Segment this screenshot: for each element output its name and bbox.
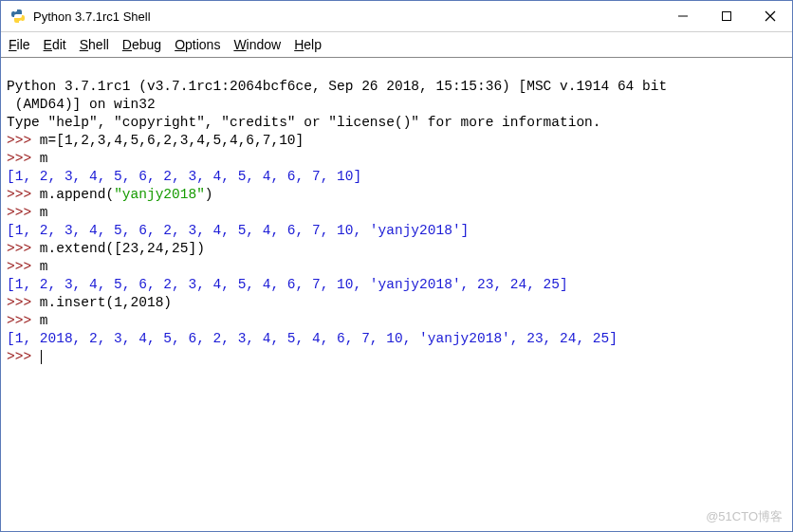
prompt: >>> [7,259,40,274]
prompt: >>> [7,151,40,166]
output-line: [1, 2, 3, 4, 5, 6, 2, 3, 4, 5, 4, 6, 7, … [7,277,568,292]
text-cursor [41,350,42,364]
code-line: m [40,313,48,328]
banner-line: Type "help", "copyright", "credits" or "… [7,115,601,130]
python-icon [10,9,26,24]
menu-shell[interactable]: Shell [80,37,109,52]
close-button[interactable] [748,1,792,31]
svg-rect-3 [723,12,731,21]
idle-window: Python 3.7.1rc1 Shell File Edit Shell De… [0,0,793,532]
prompt: >>> [7,205,40,220]
code-line: m [40,259,48,274]
code-line: m.extend([23,24,25]) [40,241,205,256]
title-bar[interactable]: Python 3.7.1rc1 Shell [1,1,792,32]
code-line: ) [205,187,213,202]
prompt: >>> [7,187,40,202]
output-line: [1, 2, 3, 4, 5, 6, 2, 3, 4, 5, 4, 6, 7, … [7,169,361,184]
code-line: m=[1,2,3,4,5,6,2,3,4,5,4,6,7,10] [40,133,304,148]
string-literal: "yanjy2018" [114,187,205,202]
menu-edit[interactable]: Edit [44,37,66,52]
maximize-button[interactable] [705,1,748,31]
menu-bar: File Edit Shell Debug Options Window Hel… [1,32,792,57]
code-line: m [40,151,48,166]
output-line: [1, 2, 3, 4, 5, 6, 2, 3, 4, 5, 4, 6, 7, … [7,223,469,238]
code-line: m.insert(1,2018) [40,295,172,310]
menu-options[interactable]: Options [175,37,220,52]
prompt: >>> [7,133,40,148]
svg-point-1 [20,20,22,22]
minimize-button[interactable] [661,1,705,31]
menu-file[interactable]: File [9,37,30,52]
prompt: >>> [7,295,40,310]
watermark: @51CTO博客 [706,508,783,525]
window-controls [661,1,792,31]
code-line: m [40,205,48,220]
prompt: >>> [7,241,40,256]
banner-line: Python 3.7.1rc1 (v3.7.1rc1:2064bcf6ce, S… [7,79,667,94]
svg-point-0 [14,10,16,12]
output-line: [1, 2018, 2, 3, 4, 5, 6, 2, 3, 4, 5, 4, … [7,331,618,346]
banner-line: (AMD64)] on win32 [7,97,156,112]
menu-help[interactable]: Help [294,37,322,52]
menu-window[interactable]: Window [233,37,281,52]
prompt: >>> [7,349,40,364]
menu-debug[interactable]: Debug [122,37,161,52]
window-title: Python 3.7.1rc1 Shell [33,9,661,24]
prompt: >>> [7,313,40,328]
code-line: m.append( [40,187,114,202]
console-area[interactable]: Python 3.7.1rc1 (v3.7.1rc1:2064bcf6ce, S… [1,58,792,368]
